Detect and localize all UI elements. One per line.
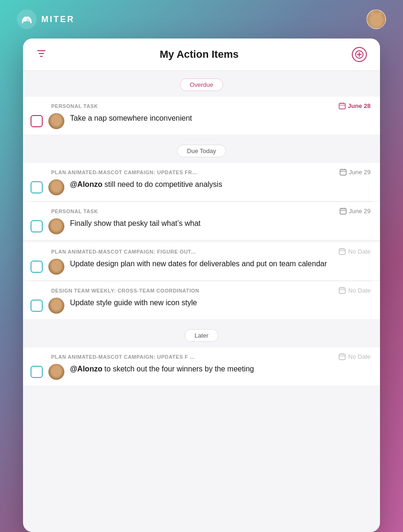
task-meta: PLAN ANIMATED-MASCOT CAMPAIGN: UPDATES F…: [51, 353, 371, 360]
svg-point-1: [23, 18, 27, 22]
task-checkbox[interactable]: [31, 115, 43, 127]
avatar-image: [48, 259, 64, 275]
task-text: Update design plan with new dates for de…: [70, 259, 371, 269]
list-item: PLAN ANIMATED-MASCOT CAMPAIGN: FIGURE OU…: [23, 242, 380, 281]
task-group-due-today: PLAN ANIMATED-MASCOT CAMPAIGN: UPDATES F…: [23, 163, 380, 240]
task-avatar: [48, 179, 64, 195]
task-context: PLAN ANIMATED-MASCOT CAMPAIGN: UPDATES F…: [51, 170, 197, 175]
task-meta: PERSONAL TASK June 29: [51, 208, 371, 215]
task-avatar: [48, 259, 64, 275]
task-content: Update design plan with new dates for de…: [31, 259, 371, 275]
list-item: PERSONAL TASK June 28: [23, 97, 380, 135]
due-today-badge: Due Today: [177, 145, 226, 157]
task-content: Update style guide with new icon style: [31, 298, 371, 314]
list-item: DESIGN TEAM WEEKLY: CROSS-TEAM COORDINAT…: [23, 281, 380, 320]
task-text: @Alonzo still need to do competitive ana…: [70, 179, 371, 190]
task-checkbox[interactable]: [31, 300, 43, 312]
avatar-image: [48, 218, 64, 234]
task-date[interactable]: No Date: [339, 353, 371, 360]
due-today-section-divider: Due Today: [23, 137, 380, 161]
calendar-icon: [340, 169, 347, 176]
svg-rect-7: [339, 249, 345, 254]
page-title: My Action Items: [160, 48, 239, 61]
task-text: Update style guide with new icon style: [70, 298, 371, 308]
task-meta: DESIGN TEAM WEEKLY: CROSS-TEAM COORDINAT…: [51, 287, 371, 294]
calendar-icon: [339, 248, 346, 255]
task-group-overdue: PERSONAL TASK June 28: [23, 97, 380, 135]
top-bar: MITER: [0, 0, 403, 39]
task-date[interactable]: No Date: [339, 248, 371, 255]
filter-icon[interactable]: [36, 48, 46, 61]
task-avatar: [48, 218, 64, 234]
svg-rect-5: [340, 170, 346, 175]
task-content: @Alonzo still need to do competitive ana…: [31, 179, 371, 195]
task-date[interactable]: June 29: [340, 169, 371, 176]
task-meta: PLAN ANIMATED-MASCOT CAMPAIGN: FIGURE OU…: [51, 248, 371, 255]
card-header: My Action Items: [23, 39, 380, 71]
svg-point-2: [27, 18, 31, 22]
card-body[interactable]: Overdue PERSONAL TASK June 28: [23, 71, 380, 532]
avatar-image: [48, 364, 64, 380]
task-date[interactable]: June 29: [340, 208, 371, 215]
app-wrapper: MITER My Action Items: [0, 0, 403, 532]
task-text: Take a nap somewhere inconvenient: [70, 113, 371, 123]
task-group-no-date: PLAN ANIMATED-MASCOT CAMPAIGN: FIGURE OU…: [23, 242, 380, 320]
task-context: DESIGN TEAM WEEKLY: CROSS-TEAM COORDINAT…: [51, 288, 199, 293]
calendar-icon: [340, 208, 347, 215]
task-context: PLAN ANIMATED-MASCOT CAMPAIGN: FIGURE OU…: [51, 249, 196, 254]
task-text: @Alonzo to sketch out the four winners b…: [70, 364, 371, 374]
task-context: PLAN ANIMATED-MASCOT CAMPAIGN: UPDATES F…: [51, 354, 195, 360]
task-text: Finally show that pesky tail what’s what: [70, 218, 371, 229]
overdue-section-divider: Overdue: [23, 71, 380, 95]
list-item: PLAN ANIMATED-MASCOT CAMPAIGN: UPDATES F…: [23, 347, 380, 386]
task-meta: PERSONAL TASK June 28: [51, 102, 371, 109]
svg-rect-4: [339, 103, 345, 109]
task-content: @Alonzo to sketch out the four winners b…: [31, 364, 371, 380]
task-checkbox[interactable]: [31, 261, 43, 273]
overdue-badge: Overdue: [180, 78, 223, 91]
task-avatar: [48, 113, 64, 129]
svg-rect-6: [340, 208, 346, 214]
task-content: Take a nap somewhere inconvenient: [31, 113, 371, 129]
task-checkbox[interactable]: [31, 220, 43, 232]
list-item: PLAN ANIMATED-MASCOT CAMPAIGN: UPDATES F…: [23, 163, 380, 201]
task-checkbox[interactable]: [31, 181, 43, 193]
main-card: My Action Items Overdue PERSONAL TASK: [23, 39, 380, 532]
svg-rect-8: [339, 288, 345, 293]
later-badge: Later: [185, 329, 218, 342]
svg-point-0: [17, 9, 37, 29]
calendar-icon: [339, 353, 346, 360]
user-avatar[interactable]: [366, 9, 386, 29]
calendar-icon: [339, 102, 346, 109]
later-section-divider: Later: [23, 322, 380, 346]
task-text-post: to sketch out the four winners by the me…: [102, 365, 254, 373]
task-content: Finally show that pesky tail what’s what: [31, 218, 371, 234]
list-item: PERSONAL TASK June 29: [23, 202, 380, 240]
add-button[interactable]: [352, 47, 367, 62]
calendar-icon: [339, 287, 346, 294]
task-group-later: PLAN ANIMATED-MASCOT CAMPAIGN: UPDATES F…: [23, 347, 380, 386]
app-name: MITER: [41, 15, 75, 24]
logo-area: MITER: [17, 9, 75, 29]
avatar-image: [48, 113, 64, 129]
task-text-post: still need to do competitive analysis: [102, 180, 222, 188]
task-date[interactable]: No Date: [339, 287, 371, 294]
task-date[interactable]: June 28: [339, 102, 371, 109]
mention: @Alonzo: [70, 365, 102, 373]
miter-logo-icon: [17, 9, 37, 29]
task-avatar: [48, 364, 64, 380]
avatar-image: [367, 10, 385, 28]
svg-rect-9: [339, 354, 345, 360]
task-checkbox[interactable]: [31, 366, 43, 378]
task-context: PERSONAL TASK: [51, 208, 98, 214]
task-meta: PLAN ANIMATED-MASCOT CAMPAIGN: UPDATES F…: [51, 169, 371, 176]
avatar-image: [48, 298, 64, 314]
avatar-image: [48, 179, 64, 195]
task-context: PERSONAL TASK: [51, 103, 98, 109]
task-avatar: [48, 298, 64, 314]
mention: @Alonzo: [70, 180, 102, 188]
